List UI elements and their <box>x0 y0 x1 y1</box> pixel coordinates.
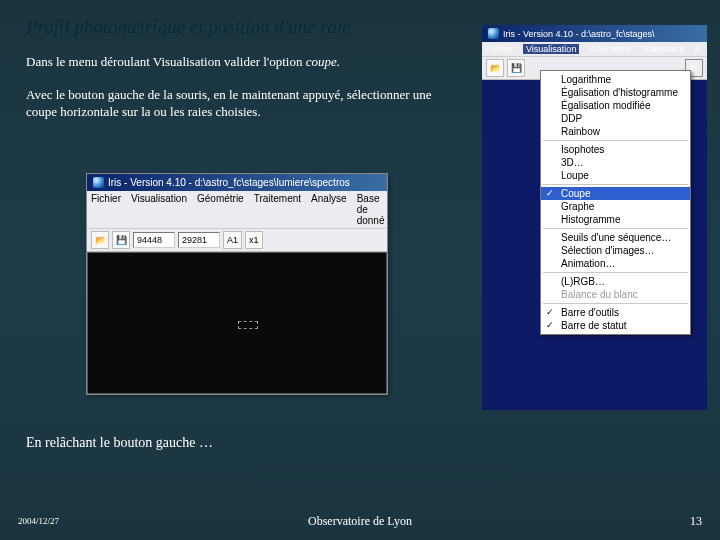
menu-item-galisation-modifi-e[interactable]: Égalisation modifiée <box>541 99 690 112</box>
menu-visualisation-active[interactable]: Visualisation <box>523 44 579 54</box>
menu-separator <box>543 303 688 304</box>
menu-separator <box>543 272 688 273</box>
iris-left-toolbar: 📂 💾 94448 29281 A1 x1 <box>87 229 387 252</box>
footer-page: 13 <box>690 514 702 529</box>
menu-fichier[interactable]: Fichier <box>91 193 121 226</box>
menu-item-balance-du-blanc: Balance du blanc <box>541 288 690 301</box>
iris-right-menubar: Fichier Visualisation Géométrie Traiteme… <box>482 42 707 57</box>
menu-item-ddp[interactable]: DDP <box>541 112 690 125</box>
footer: 2004/12/27 Observatoire de Lyon 13 <box>0 516 720 526</box>
auto-button[interactable]: A1 <box>223 231 242 249</box>
open-icon[interactable]: 📂 <box>91 231 109 249</box>
iris-window-left: Iris - Version 4.10 - d:\astro_fc\stages… <box>86 173 388 395</box>
paragraph-1: Dans le menu déroulant Visualisation val… <box>0 54 482 71</box>
menu-traitement[interactable]: Traitement <box>254 193 301 226</box>
p1-option-coupe: coupe. <box>306 54 340 69</box>
menu-item-barre-de-statut[interactable]: Barre de statut <box>541 319 690 332</box>
p1-part-a: Dans le menu déroulant Visualisation val… <box>26 54 306 69</box>
paragraph-2: Avec le bouton gauche de la souris, en l… <box>0 87 482 121</box>
iris-left-canvas <box>87 252 387 394</box>
iris-right-titlebar: Iris - Version 4.10 - d:\astro_fc\stages… <box>482 25 707 42</box>
menu-separator <box>543 228 688 229</box>
menu-item-seuils-d-une-s-quence[interactable]: Seuils d'une séquence… <box>541 231 690 244</box>
threshold-field-1[interactable]: 94448 <box>133 232 175 248</box>
menu-item-l-rgb[interactable]: (L)RGB… <box>541 275 690 288</box>
menu-basedonnees[interactable]: Base de donné <box>357 193 385 226</box>
iris-app-icon <box>93 177 104 188</box>
paragraph-3: En relâchant le bouton gauche … <box>26 435 213 451</box>
iris-left-title: Iris - Version 4.10 - d:\astro_fc\stages… <box>108 177 350 188</box>
selection-marquee <box>238 321 258 329</box>
menu-visualisation[interactable]: Visualisation <box>131 193 187 226</box>
open-icon[interactable]: 📂 <box>486 59 504 77</box>
menu-geometrie[interactable]: Géométrie <box>589 44 631 54</box>
menu-analyse[interactable]: A <box>694 44 700 54</box>
iris-left-titlebar: Iris - Version 4.10 - d:\astro_fc\stages… <box>87 174 387 191</box>
menu-item-barre-d-outils[interactable]: Barre d'outils <box>541 306 690 319</box>
menu-item-graphe[interactable]: Graphe <box>541 200 690 213</box>
menu-item-histogramme[interactable]: Histogramme <box>541 213 690 226</box>
menu-item-isophotes[interactable]: Isophotes <box>541 143 690 156</box>
iris-app-icon <box>488 28 499 39</box>
menu-geometrie[interactable]: Géométrie <box>197 193 244 226</box>
footer-org: Observatoire de Lyon <box>308 514 412 529</box>
menu-traitement[interactable]: Traitement <box>641 44 684 54</box>
menu-item-3d[interactable]: 3D… <box>541 156 690 169</box>
menu-item-galisation-d-histogramme[interactable]: Égalisation d'histogramme <box>541 86 690 99</box>
menu-separator <box>543 140 688 141</box>
iris-window-right: Iris - Version 4.10 - d:\astro_fc\stages… <box>482 25 707 410</box>
menu-item-s-lection-d-images[interactable]: Sélection d'images… <box>541 244 690 257</box>
menu-item-logarithme[interactable]: Logarithme <box>541 73 690 86</box>
menu-item-rainbow[interactable]: Rainbow <box>541 125 690 138</box>
menu-analyse[interactable]: Analyse <box>311 193 347 226</box>
menu-item-loupe[interactable]: Loupe <box>541 169 690 182</box>
zoom-button[interactable]: x1 <box>245 231 263 249</box>
iris-left-menubar: Fichier Visualisation Géométrie Traiteme… <box>87 191 387 229</box>
save-icon[interactable]: 💾 <box>507 59 525 77</box>
menu-fichier[interactable]: Fichier <box>486 44 513 54</box>
menu-separator <box>543 184 688 185</box>
menu-item-coupe[interactable]: Coupe <box>541 187 690 200</box>
menu-item-animation[interactable]: Animation… <box>541 257 690 270</box>
footer-date: 2004/12/27 <box>18 516 59 526</box>
iris-right-title: Iris - Version 4.10 - d:\astro_fc\stages… <box>503 29 655 39</box>
threshold-field-2[interactable]: 29281 <box>178 232 220 248</box>
save-icon[interactable]: 💾 <box>112 231 130 249</box>
visualisation-dropdown: LogarithmeÉgalisation d'histogrammeÉgali… <box>540 70 691 335</box>
